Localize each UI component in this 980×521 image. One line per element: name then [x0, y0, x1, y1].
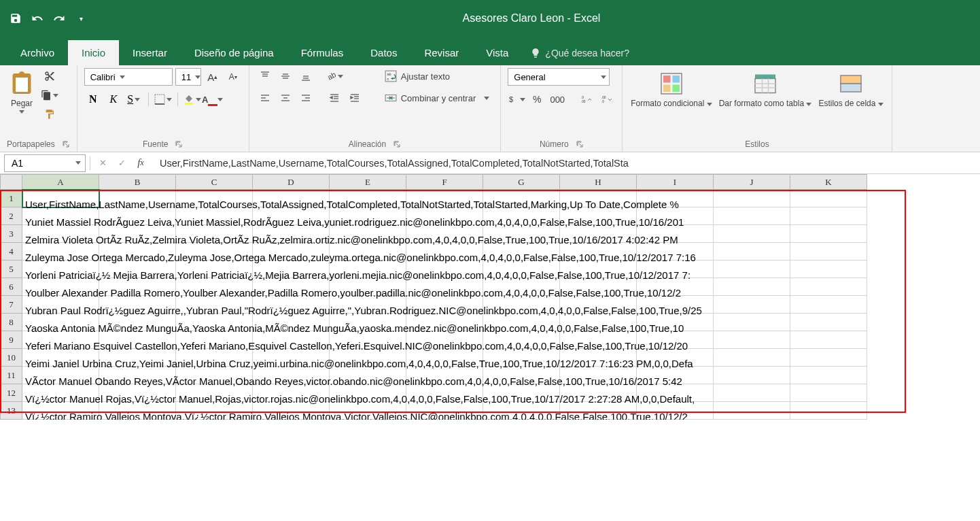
- row-header[interactable]: 13: [1, 402, 22, 420]
- cell[interactable]: [790, 384, 867, 402]
- comma-button[interactable]: 000: [548, 91, 566, 107]
- cell[interactable]: [714, 207, 790, 225]
- font-size-combo[interactable]: 11: [175, 68, 201, 86]
- save-button[interactable]: [7, 10, 24, 27]
- cell[interactable]: [790, 296, 867, 314]
- column-header[interactable]: C: [176, 175, 253, 190]
- font-launcher[interactable]: [175, 140, 183, 148]
- row-header[interactable]: 10: [1, 349, 22, 367]
- decrease-indent-button[interactable]: [326, 90, 343, 106]
- formula-input[interactable]: User,FirstName,LastName,Username,TotalCo…: [153, 158, 980, 169]
- cell[interactable]: [714, 190, 790, 207]
- cell[interactable]: [790, 278, 867, 296]
- insert-function-button[interactable]: fx: [133, 155, 149, 171]
- row-header[interactable]: 12: [1, 384, 22, 402]
- tab-diseno[interactable]: Diseño de página: [181, 40, 287, 65]
- align-middle-button[interactable]: [277, 68, 294, 84]
- cell[interactable]: [714, 225, 790, 243]
- number-format-combo[interactable]: General: [508, 68, 610, 86]
- column-header[interactable]: K: [790, 175, 867, 190]
- italic-button[interactable]: K: [105, 91, 122, 107]
- row-header[interactable]: 6: [1, 278, 22, 296]
- align-bottom-button[interactable]: [297, 68, 315, 84]
- font-name-combo[interactable]: Calibri: [84, 68, 173, 86]
- cell[interactable]: [790, 225, 867, 243]
- column-header[interactable]: A: [22, 175, 99, 190]
- cell[interactable]: User,FirstName,LastName,Username,TotalCo…: [22, 190, 99, 207]
- format-as-table-button[interactable]: Dar formato como tabla: [718, 68, 813, 110]
- increase-indent-button[interactable]: [346, 90, 364, 106]
- column-header[interactable]: J: [714, 175, 790, 190]
- cell[interactable]: [714, 260, 790, 278]
- increase-font-button[interactable]: A▴: [204, 69, 222, 85]
- tab-revisar[interactable]: Revisar: [410, 40, 472, 65]
- column-header[interactable]: G: [483, 175, 560, 190]
- cell[interactable]: [714, 296, 790, 314]
- fill-color-button[interactable]: [183, 91, 201, 107]
- cancel-formula-button[interactable]: ✕: [94, 155, 111, 171]
- copy-button[interactable]: [41, 87, 58, 103]
- cell[interactable]: [714, 384, 790, 402]
- align-launcher[interactable]: [393, 140, 401, 148]
- clipboard-launcher[interactable]: [62, 140, 70, 148]
- underline-button[interactable]: S: [125, 91, 143, 107]
- spreadsheet-grid[interactable]: ABCDEFGHIJK1User,FirstName,LastName,User…: [0, 174, 980, 420]
- row-header[interactable]: 4: [1, 243, 22, 260]
- tell-me[interactable]: ¿Qué desea hacer?: [522, 41, 637, 65]
- number-launcher[interactable]: [576, 140, 584, 148]
- cut-button[interactable]: [41, 68, 58, 84]
- cell[interactable]: [714, 278, 790, 296]
- row-header[interactable]: 2: [1, 207, 22, 225]
- cell[interactable]: [790, 207, 867, 225]
- row-header[interactable]: 9: [1, 331, 22, 349]
- merge-button[interactable]: Combinar y centrar: [381, 90, 494, 106]
- cell[interactable]: [790, 314, 867, 331]
- decrease-font-button[interactable]: A▾: [224, 69, 242, 85]
- redo-button[interactable]: [50, 10, 68, 27]
- format-painter-button[interactable]: [41, 106, 58, 122]
- enter-formula-button[interactable]: ✓: [113, 155, 130, 171]
- font-color-button[interactable]: A: [204, 91, 222, 107]
- row-header[interactable]: 1: [1, 190, 22, 207]
- percent-button[interactable]: %: [528, 91, 546, 107]
- wrap-text-button[interactable]: abcAjustar texto: [381, 68, 494, 84]
- orientation-button[interactable]: ab: [326, 68, 343, 84]
- row-header[interactable]: 7: [1, 296, 22, 314]
- align-right-button[interactable]: [297, 90, 315, 106]
- row-header[interactable]: 11: [1, 367, 22, 384]
- cell[interactable]: [790, 349, 867, 367]
- undo-button[interactable]: [29, 10, 46, 27]
- conditional-format-button[interactable]: Formato condicional: [629, 68, 713, 110]
- column-header[interactable]: I: [637, 175, 714, 190]
- select-all-corner[interactable]: [1, 175, 22, 190]
- tab-datos[interactable]: Datos: [357, 40, 410, 65]
- column-header[interactable]: D: [253, 175, 330, 190]
- cell[interactable]: [790, 331, 867, 349]
- column-header[interactable]: E: [330, 175, 406, 190]
- align-left-button[interactable]: [256, 90, 274, 106]
- tab-archivo[interactable]: Archivo: [7, 40, 68, 65]
- cell[interactable]: [790, 260, 867, 278]
- cell[interactable]: [790, 367, 867, 384]
- paste-button[interactable]: Pegar: [7, 68, 37, 115]
- align-center-button[interactable]: [277, 90, 294, 106]
- currency-button[interactable]: $: [508, 91, 525, 107]
- qat-customize[interactable]: ▾: [72, 10, 90, 27]
- cell[interactable]: [714, 402, 790, 420]
- cell[interactable]: [714, 331, 790, 349]
- borders-button[interactable]: [154, 91, 172, 107]
- name-box[interactable]: A1: [4, 154, 86, 172]
- cell[interactable]: [714, 349, 790, 367]
- cell[interactable]: [714, 243, 790, 260]
- column-header[interactable]: F: [406, 175, 483, 190]
- column-header[interactable]: H: [560, 175, 637, 190]
- tab-vista[interactable]: Vista: [472, 40, 522, 65]
- align-top-button[interactable]: [256, 68, 274, 84]
- tab-formulas[interactable]: Fórmulas: [287, 40, 357, 65]
- cell[interactable]: [790, 243, 867, 260]
- tab-insertar[interactable]: Insertar: [119, 40, 181, 65]
- bold-button[interactable]: N: [84, 91, 102, 107]
- cell[interactable]: [714, 314, 790, 331]
- decrease-decimal-button[interactable]: .00.0: [597, 91, 615, 107]
- row-header[interactable]: 5: [1, 260, 22, 278]
